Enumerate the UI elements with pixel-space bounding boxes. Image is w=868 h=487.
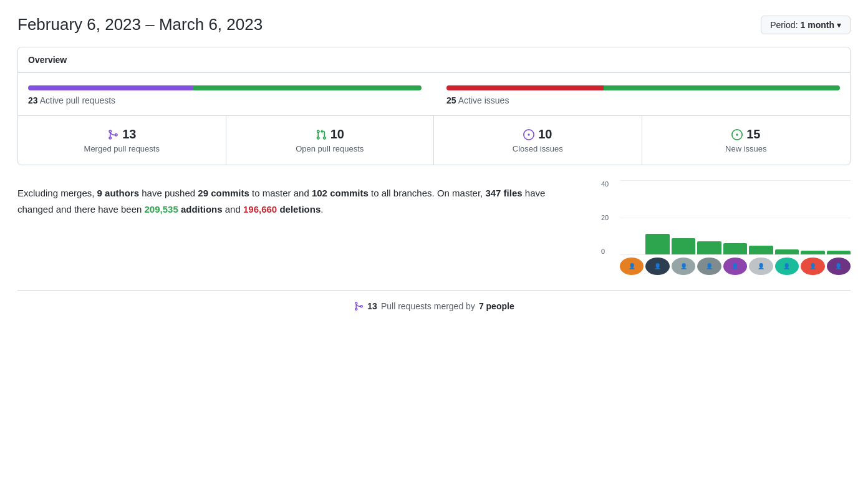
new-issues-count: 15 (746, 127, 760, 142)
y-label-0: 0 (601, 248, 609, 255)
closed-issues-label: Closed issues (444, 144, 632, 153)
overview-card: Overview 23 Active pull requests 25 Acti… (17, 47, 851, 165)
chevron-down-icon: ▾ (837, 20, 841, 30)
closed-issue-icon (523, 128, 534, 141)
all-commits: 102 commits (312, 188, 369, 198)
files-changed: 347 files (485, 188, 522, 198)
bar-3 (697, 241, 721, 254)
deletions-count: 196,660 (243, 204, 277, 215)
footer-pr-count: 13 (367, 301, 377, 311)
avatar-5: 👤 (749, 258, 773, 275)
avatar-1: 👤 (645, 258, 669, 275)
new-issues-label: New issues (652, 144, 841, 153)
pull-requests-bar-track (28, 85, 422, 90)
pull-requests-bar-section: 23 Active pull requests (28, 85, 422, 105)
issues-bar-open (604, 85, 840, 90)
footer-people-count: 7 people (479, 301, 514, 311)
y-label-20: 20 (601, 214, 609, 221)
issues-bar-track (446, 85, 840, 90)
pr-bar-label: 23 Active pull requests (28, 95, 422, 105)
bar-5 (749, 246, 773, 254)
master-commits: 29 commits (198, 188, 249, 198)
period-label: Period: (770, 20, 798, 30)
stat-merged-prs: 13 Merged pull requests (18, 116, 226, 165)
commit-summary-text: Excluding merges, 9 authors have pushed … (17, 180, 576, 275)
overview-label: Overview (28, 55, 67, 65)
merged-prs-label: Merged pull requests (28, 144, 216, 153)
open-prs-count: 10 (330, 127, 344, 142)
grid-line-mid (620, 218, 851, 218)
deletions-label: deletions (279, 204, 321, 215)
bottom-section: Excluding merges, 9 authors have pushed … (17, 180, 851, 275)
closed-issues-count: 10 (538, 127, 552, 142)
chart-wrapper: 40 20 0 (601, 180, 851, 275)
bar-1 (645, 234, 669, 254)
new-issue-icon (731, 128, 743, 141)
avatar-3: 👤 (697, 258, 721, 275)
page-header: February 6, 2023 – March 6, 2023 Period:… (17, 15, 851, 34)
bar-6 (775, 249, 799, 254)
issues-bar-closed (446, 85, 604, 90)
issues-bar-section: 25 Active issues (446, 85, 840, 105)
stats-grid: 13 Merged pull requests 10 Open pull req… (18, 116, 850, 165)
open-prs-number-row: 10 (236, 127, 424, 142)
avatar-8: 👤 (827, 258, 851, 275)
period-value: 1 month (801, 20, 834, 30)
new-issues-number-row: 15 (652, 127, 841, 142)
avatar-6: 👤 (775, 258, 799, 275)
issues-label-desc: Active issues (458, 95, 509, 105)
avatar-7: 👤 (801, 258, 824, 275)
closed-issues-number-row: 10 (444, 127, 632, 142)
open-pr-icon (316, 128, 327, 141)
bar-8 (827, 251, 851, 254)
pr-bar-open (193, 85, 422, 90)
bar-2 (672, 238, 695, 254)
issues-count: 25 (446, 95, 456, 105)
avatar-4: 👤 (723, 258, 747, 275)
merged-prs-count: 13 (122, 127, 136, 142)
stat-open-prs: 10 Open pull requests (226, 116, 435, 165)
additions-count: 209,535 (145, 204, 178, 215)
y-axis: 40 20 0 (601, 180, 609, 255)
avatar-2: 👤 (672, 258, 695, 275)
avatars-row: 👤 👤 👤 👤 👤 👤 👤 👤 👤 (620, 258, 851, 275)
authors-count: 9 authors (97, 188, 140, 198)
stat-new-issues: 15 New issues (642, 116, 851, 165)
page-title: February 6, 2023 – March 6, 2023 (17, 15, 263, 34)
open-prs-label: Open pull requests (236, 144, 424, 153)
pr-bar-merged (28, 85, 193, 90)
overview-header: Overview (18, 47, 850, 73)
additions-label: additions (181, 204, 223, 215)
merge-icon (107, 128, 118, 141)
overview-bars-section: 23 Active pull requests 25 Active issues (18, 73, 850, 116)
bar-4 (723, 243, 747, 254)
pr-label-desc: Active pull requests (40, 95, 115, 105)
footer-mid-text: Pull requests merged by (381, 301, 475, 311)
bar-7 (801, 251, 824, 254)
grid-line-top (620, 180, 851, 181)
pr-count: 23 (28, 95, 38, 105)
commit-chart-area: 40 20 0 (601, 180, 851, 275)
stat-closed-issues: 10 Closed issues (434, 116, 642, 165)
issues-bar-label: 25 Active issues (446, 95, 840, 105)
chart-bars-container (620, 180, 851, 255)
footer-merge-icon (354, 301, 364, 311)
avatar-0: 👤 (620, 258, 644, 275)
y-label-40: 40 (601, 180, 609, 188)
footer-merged-summary: 13 Pull requests merged by 7 people (17, 290, 851, 311)
period-selector[interactable]: Period: 1 month ▾ (761, 16, 851, 34)
merged-prs-number-row: 13 (28, 127, 216, 142)
